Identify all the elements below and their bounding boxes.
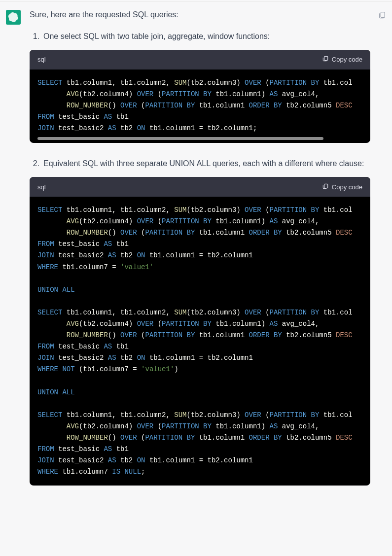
list-text: One select SQL with two table join, aggr… (43, 31, 386, 43)
response-intro: Sure, here are the requested SQL queries… (30, 9, 386, 21)
list-text: Equivalent SQL with three separate UNION… (43, 158, 386, 170)
assistant-avatar (6, 10, 21, 25)
scrollbar-thumb[interactable] (37, 137, 323, 140)
code-header: sql Copy code (30, 50, 370, 70)
code-lang-label: sql (37, 183, 46, 191)
copy-code-button[interactable]: Copy code (322, 55, 362, 64)
svg-rect-2 (324, 184, 328, 188)
list-item-2: 2. Equivalent SQL with three separate UN… (30, 158, 386, 170)
code-body[interactable]: SELECT tb1.column1, tb1.column2, SUM(tb2… (30, 197, 370, 486)
code-body[interactable]: SELECT tb1.column1, tb1.column2, SUM(tb2… (30, 70, 370, 143)
list-item-1: 1. One select SQL with two table join, a… (30, 31, 386, 43)
clipboard-icon[interactable] (378, 11, 386, 21)
code-header: sql Copy code (30, 177, 370, 197)
clipboard-icon (322, 55, 329, 64)
code-lang-label: sql (37, 56, 46, 63)
clipboard-icon (322, 183, 329, 191)
copy-code-button[interactable]: Copy code (322, 183, 362, 191)
code-content: SELECT tb1.column1, tb1.column2, SUM(tb2… (37, 77, 362, 134)
list-number: 1. (31, 31, 39, 43)
svg-rect-1 (324, 57, 328, 61)
list-number: 2. (31, 158, 39, 170)
top-divider (0, 1, 392, 1)
horizontal-scrollbar[interactable] (37, 136, 362, 141)
code-content: SELECT tb1.column1, tb1.column2, SUM(tb2… (37, 205, 362, 478)
code-block-2: sql Copy code SELECT tb1.column1, tb1.co… (30, 177, 370, 486)
copy-code-label: Copy code (332, 56, 362, 63)
svg-rect-0 (381, 12, 385, 18)
chat-message: Sure, here are the requested SQL queries… (0, 0, 392, 494)
code-block-1: sql Copy code SELECT tb1.column1, tb1.co… (30, 50, 370, 143)
copy-code-label: Copy code (332, 183, 362, 191)
